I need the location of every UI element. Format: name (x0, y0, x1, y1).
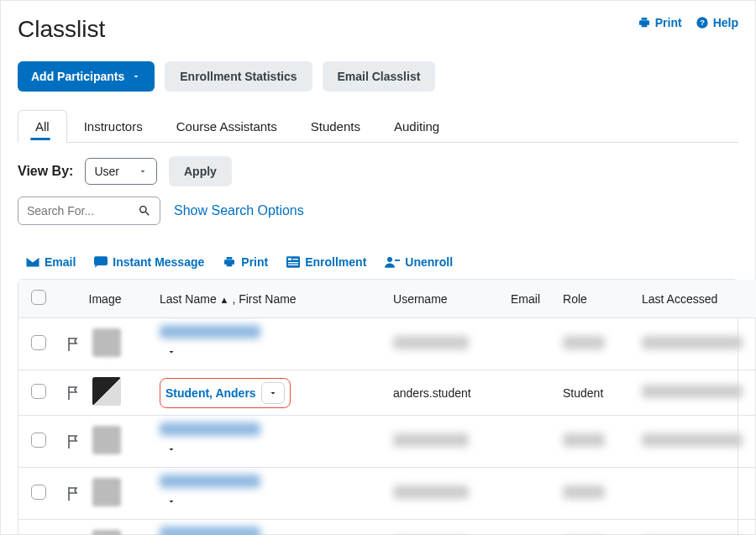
flag-icon[interactable] (67, 386, 76, 400)
email-icon (26, 257, 39, 267)
row-menu-toggle[interactable] (160, 341, 183, 363)
select-all-checkbox[interactable] (31, 290, 46, 305)
user-name-link[interactable] (160, 477, 260, 490)
user-name-link[interactable] (160, 328, 260, 341)
last-accessed-cell (642, 433, 743, 447)
apply-button[interactable]: Apply (169, 156, 232, 186)
th-last-accessed[interactable]: Last Accessed (633, 280, 756, 318)
page-title: Classlist (18, 16, 105, 43)
table-row (18, 318, 756, 370)
username-cell (393, 433, 469, 447)
username-cell (393, 336, 469, 349)
enrollment-action[interactable]: Enrollment (286, 255, 366, 269)
email-action[interactable]: Email (26, 255, 76, 269)
tab-instructors[interactable]: Instructors (67, 110, 160, 142)
last-accessed-cell (642, 336, 743, 349)
avatar (92, 328, 121, 357)
username-cell (393, 485, 469, 499)
row-checkbox[interactable] (31, 335, 46, 350)
row-checkbox[interactable] (31, 433, 46, 448)
viewby-value: User (94, 165, 119, 178)
th-select (18, 280, 59, 318)
avatar (92, 478, 121, 506)
user-name-link[interactable] (160, 529, 260, 535)
email-cell (502, 520, 554, 536)
role-cell (563, 336, 605, 349)
table-row: Student, Andersanders.studentStudent (18, 370, 756, 416)
flag-icon[interactable] (67, 487, 76, 501)
viewby-label: View By: (18, 164, 73, 179)
th-email[interactable]: Email (502, 280, 554, 318)
flag-icon[interactable] (67, 435, 76, 448)
tab-students[interactable]: Students (294, 110, 377, 142)
print-link[interactable]: Print (638, 16, 682, 29)
avatar (92, 426, 121, 454)
email-classlist-button[interactable]: Email Classlist (323, 61, 436, 92)
svg-rect-7 (288, 265, 298, 265)
tab-bar: All Instructors Course Assistants Studen… (18, 110, 738, 143)
chevron-down-icon (131, 71, 141, 81)
add-participants-button[interactable]: Add Participants (18, 61, 155, 92)
enrollment-stats-button[interactable]: Enrollment Statistics (165, 61, 312, 92)
im-action[interactable]: Instant Message (94, 255, 204, 269)
unenroll-action[interactable]: Unenroll (385, 255, 453, 269)
email-cell (502, 370, 554, 416)
viewby-select[interactable]: User (85, 158, 157, 185)
tab-course-assistants[interactable]: Course Assistants (160, 110, 294, 142)
last-accessed-cell (633, 468, 756, 520)
role-cell: Student (554, 370, 633, 416)
last-accessed-cell (642, 385, 743, 398)
row-menu-toggle[interactable] (160, 438, 183, 460)
chevron-down-icon (268, 388, 278, 398)
th-role[interactable]: Role (554, 280, 633, 318)
svg-rect-4 (288, 258, 291, 260)
print-icon (223, 255, 236, 269)
row-menu-toggle[interactable] (160, 490, 183, 512)
email-action-label: Email (45, 255, 76, 269)
row-checkbox[interactable] (31, 384, 46, 399)
unenroll-action-label: Unenroll (405, 255, 453, 269)
role-cell (563, 485, 605, 499)
search-icon[interactable] (138, 204, 151, 218)
print-icon (638, 16, 651, 29)
svg-point-8 (387, 257, 392, 262)
search-input[interactable] (27, 204, 119, 218)
th-name[interactable]: Last Name ▲ , First Name (151, 280, 385, 318)
table-row (18, 416, 756, 468)
im-action-label: Instant Message (113, 255, 204, 269)
tab-all[interactable]: All (18, 110, 67, 143)
avatar (92, 530, 121, 535)
email-cell (502, 416, 554, 468)
user-remove-icon (385, 256, 400, 268)
user-name-link[interactable] (160, 425, 260, 438)
add-participants-label: Add Participants (31, 70, 124, 83)
chat-icon (94, 256, 108, 268)
table-row (18, 468, 756, 520)
list-icon (286, 256, 300, 268)
chevron-down-icon (138, 166, 148, 176)
username-cell: anders.student (385, 370, 502, 416)
help-icon: ? (696, 16, 709, 29)
svg-text:?: ? (700, 18, 705, 27)
svg-rect-9 (395, 260, 400, 261)
svg-rect-2 (94, 256, 108, 265)
sort-asc-icon: ▲ (220, 295, 229, 305)
print-action-label: Print (241, 255, 268, 269)
help-label: Help (713, 16, 738, 29)
user-name-link[interactable]: Student, Anders (165, 386, 256, 400)
help-link[interactable]: ? Help (696, 16, 738, 29)
th-username[interactable]: Username (385, 280, 502, 318)
email-cell (502, 468, 554, 520)
role-cell (563, 433, 605, 447)
table-row (18, 520, 756, 536)
avatar (92, 377, 121, 406)
search-box (18, 197, 160, 225)
flag-icon[interactable] (67, 338, 76, 351)
print-action[interactable]: Print (223, 255, 268, 269)
show-search-options-link[interactable]: Show Search Options (174, 203, 304, 218)
tab-auditing[interactable]: Auditing (377, 110, 456, 142)
row-menu-toggle[interactable] (261, 382, 285, 404)
svg-rect-6 (288, 262, 298, 263)
print-label: Print (655, 16, 682, 29)
row-checkbox[interactable] (31, 485, 46, 500)
